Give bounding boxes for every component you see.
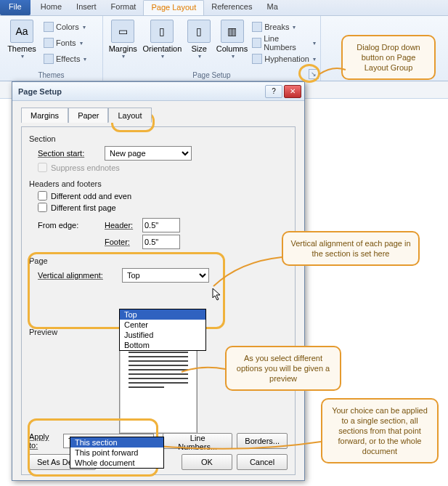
- headers-footers-heading: Headers and footers: [29, 179, 288, 188]
- footer-edge-input[interactable]: [142, 235, 180, 249]
- apply-to-dropdown[interactable]: This section This point forward Whole do…: [70, 437, 164, 469]
- hyphenation-label: Hyphenation: [264, 54, 309, 63]
- effects-button[interactable]: Effects▾: [44, 52, 86, 66]
- chevron-down-icon: ▾: [83, 24, 86, 31]
- ribbon-tabs: File Home Insert Format Page Layout Refe…: [0, 0, 448, 16]
- page-setup-dialog: Page Setup ? ✕ Margins Paper Layout Sect…: [12, 81, 305, 481]
- line-numbers-button[interactable]: Line Numbers...: [163, 433, 232, 449]
- header-edge-input[interactable]: [142, 218, 180, 232]
- tab-references[interactable]: References: [204, 0, 259, 15]
- suppress-endnotes-checkbox: Suppress endnotes: [38, 163, 288, 172]
- close-button[interactable]: ✕: [284, 85, 301, 98]
- effects-label: Effects: [56, 54, 80, 63]
- group-label-page-setup: Page Setup: [107, 70, 316, 81]
- callout-preview: As you select different options you will…: [225, 346, 341, 391]
- callout-launcher: Dialog Drop down button on Page Layout G…: [341, 35, 436, 80]
- line-numbers-icon: [252, 38, 261, 48]
- tab-file[interactable]: File: [0, 0, 30, 15]
- hyphenation-icon: [252, 54, 262, 64]
- fonts-icon: [44, 38, 54, 48]
- diff-first-page-checkbox[interactable]: Different first page: [38, 203, 288, 212]
- dialog-tab-margins[interactable]: Margins: [21, 108, 68, 123]
- tab-mailings[interactable]: Ma: [259, 0, 285, 15]
- callout-apply-to: Your choice can be applied to a single s…: [321, 398, 439, 463]
- diff-odd-even-label: Different odd and even: [51, 192, 131, 201]
- apply-to-label: Apply to:: [29, 432, 59, 450]
- cancel-button[interactable]: Cancel: [237, 454, 288, 470]
- tab-page-layout[interactable]: Page Layout: [143, 0, 204, 15]
- themes-icon: Aa: [10, 20, 33, 43]
- dialog-tabs: Margins Paper Layout: [21, 107, 296, 122]
- va-option-top[interactable]: Top: [120, 309, 205, 320]
- callout-vertical-alignment: Vertical alignment of each page in the s…: [282, 231, 420, 266]
- breaks-button[interactable]: Breaks▾: [252, 20, 316, 34]
- tab-insert[interactable]: Insert: [69, 0, 104, 15]
- dialog-tab-layout[interactable]: Layout: [108, 108, 151, 123]
- vertical-alignment-select[interactable]: Top: [122, 268, 209, 283]
- vertical-alignment-label: Vertical alignment:: [38, 271, 118, 280]
- dialog-title: Page Setup: [18, 87, 264, 96]
- columns-icon: ▥: [221, 20, 244, 43]
- page-setup-launcher[interactable]: ↘: [309, 69, 319, 79]
- suppress-endnotes-input: [38, 163, 47, 172]
- diff-first-page-input[interactable]: [38, 203, 47, 212]
- columns-label: Columns: [216, 44, 248, 53]
- chevron-down-icon: ▾: [313, 56, 316, 62]
- line-numbers-label: Line Numbers: [264, 34, 309, 52]
- preview-box: [119, 341, 197, 434]
- themes-button[interactable]: Aa Themes ▾: [4, 18, 39, 60]
- diff-first-page-label: Different first page: [51, 203, 116, 212]
- chevron-down-icon: ▾: [161, 53, 164, 60]
- margins-button[interactable]: ▭Margins▾: [107, 18, 139, 60]
- chevron-down-icon: ▾: [313, 40, 316, 46]
- va-option-center[interactable]: Center: [120, 320, 205, 330]
- apply-option-point-forward[interactable]: This point forward: [70, 447, 163, 458]
- footer-edge-label: Footer:: [105, 238, 138, 246]
- margins-icon: ▭: [111, 20, 134, 43]
- colors-button[interactable]: Colors▾: [44, 20, 86, 34]
- chevron-down-icon: ▾: [21, 53, 24, 60]
- hyphenation-button[interactable]: Hyphenation▾: [252, 52, 316, 66]
- breaks-label: Breaks: [264, 23, 289, 31]
- tab-format[interactable]: Format: [104, 0, 144, 15]
- borders-button[interactable]: Borders...: [237, 433, 288, 449]
- size-icon: ▯: [187, 20, 211, 43]
- apply-option-whole-document[interactable]: Whole document: [70, 458, 163, 468]
- vertical-alignment-dropdown[interactable]: Top Center Justified Bottom: [119, 309, 206, 351]
- chevron-down-icon: ▾: [293, 24, 296, 31]
- page-heading: Page: [29, 256, 288, 265]
- ok-button[interactable]: OK: [182, 454, 232, 470]
- group-page-setup: ▭Margins▾ ▯Orientation▾ ▯Size▾ ▥Columns▾…: [103, 16, 321, 81]
- suppress-endnotes-label: Suppress endnotes: [51, 163, 120, 172]
- size-button[interactable]: ▯Size▾: [186, 18, 211, 60]
- cursor-icon: [212, 288, 222, 301]
- chevron-down-icon: ▾: [122, 53, 125, 60]
- header-edge-label: Header:: [105, 221, 138, 230]
- diff-odd-even-input[interactable]: [38, 191, 47, 201]
- themes-label: Themes: [7, 44, 36, 53]
- effects-icon: [44, 54, 54, 64]
- chevron-down-icon: ▾: [84, 56, 86, 62]
- chevron-down-icon: ▾: [198, 53, 201, 60]
- dialog-titlebar[interactable]: Page Setup ? ✕: [12, 82, 304, 101]
- fonts-button[interactable]: Fonts▾: [44, 36, 86, 50]
- section-heading: Section: [29, 134, 288, 143]
- group-themes: Aa Themes ▾ Colors▾ Fonts▾ Effects▾ Them…: [0, 16, 103, 81]
- tab-home[interactable]: Home: [33, 0, 69, 15]
- colors-icon: [44, 22, 54, 32]
- dialog-panel: Section Section start: New page Suppress…: [21, 126, 296, 475]
- line-numbers-button[interactable]: Line Numbers▾: [252, 36, 316, 50]
- apply-option-this-section[interactable]: This section: [70, 437, 163, 447]
- from-edge-label: From edge:: [38, 221, 100, 230]
- orientation-label: Orientation: [143, 44, 182, 53]
- va-option-justified[interactable]: Justified: [120, 330, 205, 340]
- section-start-select[interactable]: New page: [105, 146, 192, 161]
- section-start-label: Section start:: [38, 149, 100, 158]
- va-option-bottom[interactable]: Bottom: [120, 340, 205, 350]
- columns-button[interactable]: ▥Columns▾: [216, 18, 248, 60]
- help-button[interactable]: ?: [265, 85, 282, 98]
- dialog-tab-paper[interactable]: Paper: [68, 108, 108, 123]
- chevron-down-icon: ▾: [232, 53, 235, 60]
- diff-odd-even-checkbox[interactable]: Different odd and even: [38, 191, 288, 201]
- orientation-button[interactable]: ▯Orientation▾: [143, 18, 182, 60]
